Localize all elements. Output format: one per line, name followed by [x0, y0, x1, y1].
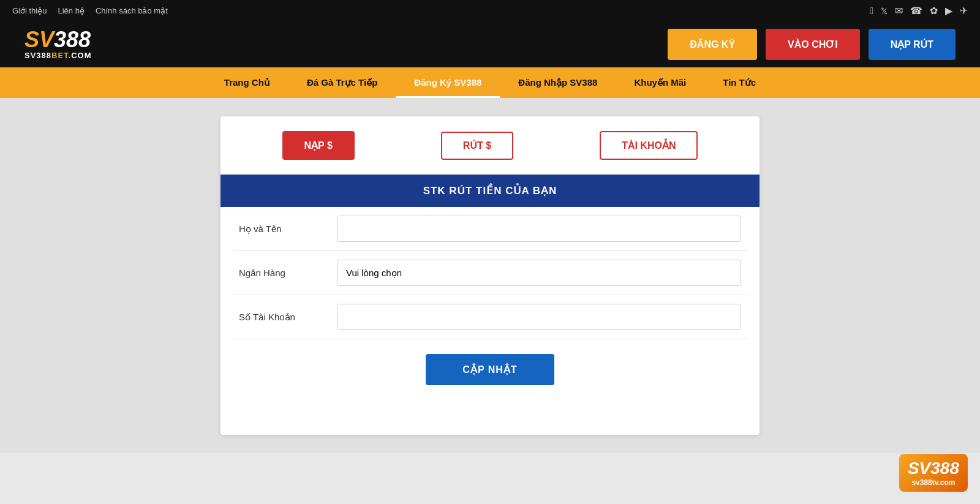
logo: SV388 SV388BET.COM	[24, 29, 92, 60]
top-bar-links: Giới thiệu Liên hệ Chính sách bảo mật	[12, 6, 168, 15]
nav-khuyenmai[interactable]: Khuyến Mãi	[616, 67, 704, 98]
form-row-hoten: Họ và Tên	[233, 207, 747, 251]
youtube-icon[interactable]: ▶	[945, 5, 952, 17]
capnhat-button[interactable]: CẬP NHẬT	[426, 354, 554, 385]
vaochoi-button[interactable]: VÀO CHƠI	[766, 29, 860, 60]
tab-row: NẠP $ RÚT $ TÀI KHOẢN	[221, 116, 760, 175]
tab-rut[interactable]: RÚT $	[441, 132, 513, 160]
link-lien-he[interactable]: Liên hệ	[58, 6, 84, 15]
link-gioi-thieu[interactable]: Giới thiệu	[12, 6, 47, 15]
tab-nap[interactable]: NẠP $	[282, 131, 355, 160]
main-content: NẠP $ RÚT $ TÀI KHOẢN STK RÚT TIỀN CỦA B…	[0, 98, 980, 453]
form-area: Họ và Tên Ngân Hàng Số Tài Khoản CẬP NHẬ…	[221, 207, 760, 404]
link-chinh-sach[interactable]: Chính sách bảo mật	[96, 6, 168, 15]
logo-main: SV388	[24, 29, 92, 51]
section-header: STK RÚT TIỀN CỦA BẠN	[221, 175, 760, 207]
nav-tintuc[interactable]: Tin Tức	[704, 67, 774, 98]
nav-trangchu[interactable]: Trang Chủ	[206, 67, 288, 98]
header: SV388 SV388BET.COM ĐĂNG KÝ VÀO CHƠI NẠP …	[0, 21, 980, 67]
form-row-sotk: Số Tài Khoản	[233, 295, 747, 339]
facebook-icon[interactable]: 	[870, 6, 873, 17]
email-icon[interactable]: ✉	[895, 5, 903, 17]
social-icons:  𝕏 ✉ ☎ ✿ ▶ ✈	[870, 5, 968, 17]
logo-sv: SV	[24, 27, 54, 52]
telegram-icon[interactable]: ✈	[960, 5, 968, 17]
naprut-button[interactable]: NẠP RÚT	[869, 29, 956, 60]
form-card: NẠP $ RÚT $ TÀI KHOẢN STK RÚT TIỀN CỦA B…	[221, 116, 760, 435]
logo-sub: SV388BET.COM	[24, 51, 92, 60]
logo-num: 388	[54, 27, 91, 52]
form-row-nganhang: Ngân Hàng	[233, 251, 747, 295]
label-nganhang: Ngân Hàng	[239, 268, 337, 278]
dangky-button[interactable]: ĐĂNG KÝ	[668, 29, 757, 60]
label-sotk: Số Tài Khoản	[239, 312, 337, 323]
input-hoten[interactable]	[337, 216, 741, 242]
input-sotk[interactable]	[337, 304, 741, 330]
phone-icon[interactable]: ☎	[910, 5, 922, 17]
header-buttons: ĐĂNG KÝ VÀO CHƠI NẠP RÚT	[668, 29, 956, 60]
nav-bar: Trang Chủ Đá Gà Trực Tiếp Đăng Ký SV388 …	[0, 67, 980, 98]
input-nganhang[interactable]	[337, 260, 741, 286]
tab-taikhoan[interactable]: TÀI KHOẢN	[600, 131, 698, 160]
nav-dangnhap[interactable]: Đăng Nhập SV388	[500, 67, 616, 98]
twitter-icon[interactable]: 𝕏	[881, 6, 888, 16]
nav-daga[interactable]: Đá Gà Trực Tiếp	[288, 67, 396, 98]
nav-dangky[interactable]: Đăng Ký SV388	[396, 67, 500, 98]
label-hoten: Họ và Tên	[239, 224, 337, 235]
top-bar: Giới thiệu Liên hệ Chính sách bảo mật  …	[0, 0, 980, 21]
pinterest-icon[interactable]: ✿	[930, 5, 938, 17]
